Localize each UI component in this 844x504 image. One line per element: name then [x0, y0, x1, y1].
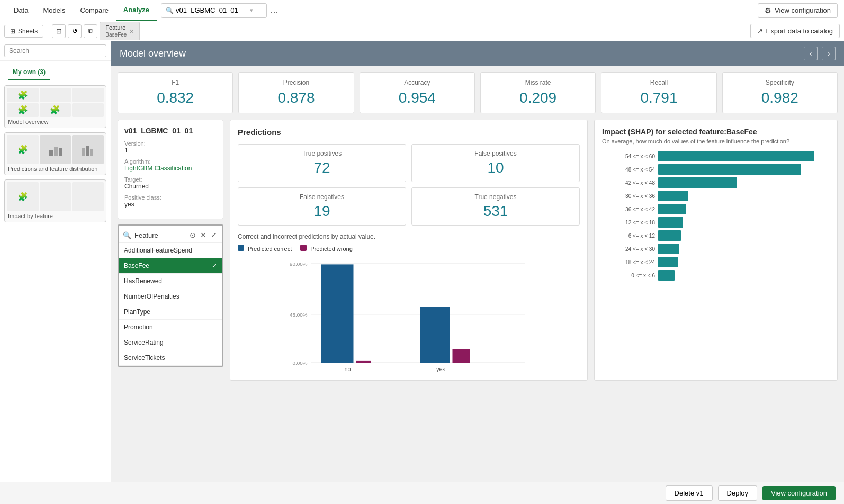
card-cell: 🧩 — [7, 88, 39, 102]
chart-subtitle: Correct and incorrect predictions by act… — [238, 233, 580, 240]
predictions-panel: Predictions True positives 72 False posi… — [230, 120, 588, 381]
sidebar-section-label: My own (3) — [8, 65, 50, 80]
shap-bar-label: 36 <= x < 42 — [602, 206, 655, 212]
dropdown-arrow-icon[interactable]: ▾ — [250, 7, 253, 14]
page-title: Model overview — [120, 48, 186, 59]
card-cell — [40, 88, 71, 102]
card-cell — [40, 135, 71, 164]
svg-rect-4 — [86, 146, 89, 156]
shap-subtitle: On average, how much do values of the fe… — [602, 138, 830, 145]
shap-bar-fill — [658, 164, 801, 175]
model-search-bar[interactable]: 🔍 ▾ — [161, 3, 267, 18]
sidebar-card-label: Impact by feature — [7, 211, 104, 220]
feature-confirm-button[interactable]: ✓ — [210, 230, 218, 240]
view-configuration-button[interactable]: ⚙ View configuration — [758, 3, 838, 18]
feature-item-servicerating[interactable]: ServiceRating — [119, 335, 222, 350]
nav-analyze[interactable]: Analyze — [116, 0, 157, 21]
export-icon: ↗ — [757, 27, 763, 35]
metric-label: F1 — [127, 79, 224, 86]
settings-icon: ⚙ — [765, 6, 771, 15]
predictions-grid: True positives 72 False positives 10 Fal… — [238, 144, 580, 226]
sidebar-card-predictions[interactable]: 🧩 Predictions and feature distribution — [4, 132, 106, 175]
shap-bar-label: 42 <= x < 48 — [602, 180, 655, 186]
content-inner: F1 0.832 Precision 0.878 Accuracy 0.954 … — [111, 66, 844, 387]
sheet-tab-feature[interactable]: Feature BaseFee ✕ — [100, 22, 140, 40]
metric-label: Specificity — [731, 79, 829, 86]
view-config-bottom-button[interactable]: View configuration — [762, 486, 836, 500]
sheets-bar: ⊞ Sheets ⊡ ↺ ⧉ Feature BaseFee ✕ ↗ Expor… — [0, 21, 844, 41]
metric-miss-rate: Miss rate 0.209 — [480, 72, 596, 113]
shap-bar-row: 18 <= x < 24 — [602, 257, 830, 267]
svg-rect-3 — [82, 148, 85, 156]
feature-item-additional[interactable]: AdditionalFeatureSpend — [119, 243, 222, 258]
shap-bar-row: 6 <= x < 12 — [602, 230, 830, 241]
refresh-button[interactable]: ↺ — [68, 24, 82, 38]
metric-specificity: Specificity 0.982 — [722, 72, 838, 113]
feature-item-plantype[interactable]: PlanType — [119, 304, 222, 320]
nav-compare[interactable]: Compare — [73, 0, 115, 21]
export-catalog-button[interactable]: ↗ Export data to catalog — [750, 24, 840, 38]
bar-chart-svg: 90.00% 45.00% 0.00% — [238, 256, 580, 373]
feature-dropdown-label: Feature — [134, 231, 185, 239]
layout-button[interactable]: ⧉ — [84, 24, 97, 38]
nav-models[interactable]: Models — [35, 0, 73, 21]
delete-button[interactable]: Delete v1 — [666, 485, 713, 501]
left-panel-container: v01_LGBMC_01_01 Version: 1 Algorithm: Li… — [118, 120, 223, 381]
info-algorithm: Algorithm: LightGBM Classification — [124, 158, 217, 172]
feature-item-servicetickets[interactable]: ServiceTickets — [119, 350, 222, 366]
next-page-button[interactable]: › — [822, 47, 836, 60]
prev-page-button[interactable]: ‹ — [804, 47, 818, 60]
deploy-button[interactable]: Deploy — [718, 485, 757, 501]
svg-text:no: no — [344, 366, 351, 372]
legend-dot-wrong — [300, 245, 307, 251]
bar-no-wrong — [356, 361, 371, 363]
shap-title: Impact (SHAP) for selected feature:BaseF… — [602, 128, 830, 136]
feature-item-hasrenewed[interactable]: HasRenewed — [119, 274, 222, 289]
shap-bar-row: 24 <= x < 30 — [602, 244, 830, 254]
fit-screen-button[interactable]: ⊡ — [52, 24, 66, 38]
svg-rect-5 — [90, 149, 93, 156]
feature-item-basefee[interactable]: BaseFee — [119, 258, 222, 274]
svg-text:yes: yes — [436, 366, 446, 372]
metrics-row: F1 0.832 Precision 0.878 Accuracy 0.954 … — [118, 72, 838, 113]
shap-bar-row: 0 <= x < 6 — [602, 270, 830, 281]
shap-bar-row: 42 <= x < 48 — [602, 177, 830, 188]
metric-label: Precision — [247, 79, 345, 86]
sidebar-card-label: Model overview — [7, 117, 104, 125]
shap-bar-label: 48 <= x < 54 — [602, 167, 655, 173]
feature-close-button[interactable]: ✕ — [199, 230, 208, 240]
metric-value: 0.878 — [247, 89, 345, 106]
sidebar-card-label: Predictions and feature distribution — [7, 164, 104, 173]
nav-data[interactable]: Data — [6, 0, 35, 21]
false-positives-box: False positives 10 — [411, 144, 580, 182]
panels-row: v01_LGBMC_01_01 Version: 1 Algorithm: Li… — [118, 120, 838, 381]
shap-bar-fill — [658, 151, 814, 161]
feature-item-penalties[interactable]: NumberOfPenalties — [119, 289, 222, 304]
top-nav: Data Models Compare Analyze 🔍 ▾ ... ⚙ Vi… — [0, 0, 844, 21]
metric-value: 0.832 — [127, 89, 224, 106]
sidebar-card-impact[interactable]: 🧩 Impact by feature — [4, 179, 106, 222]
sheets-button[interactable]: ⊞ Sheets — [4, 25, 43, 38]
shap-bar-fill — [658, 270, 675, 281]
feature-settings-button[interactable]: ⊙ — [188, 230, 197, 240]
predictions-title: Predictions — [238, 128, 580, 137]
card-cell: 🧩 — [7, 182, 39, 211]
shap-panel: Impact (SHAP) for selected feature:BaseF… — [594, 120, 838, 381]
more-options-button[interactable]: ... — [267, 3, 282, 18]
false-negatives-box: False negatives 19 — [238, 187, 406, 226]
svg-text:90.00%: 90.00% — [290, 261, 308, 267]
shap-bar-fill — [658, 230, 681, 241]
shap-bar-fill — [658, 204, 686, 214]
model-search-input[interactable] — [176, 6, 250, 14]
metric-f1: F1 0.832 — [118, 72, 233, 113]
feature-item-promotion[interactable]: Promotion — [119, 320, 222, 335]
svg-rect-2 — [59, 148, 62, 156]
sidebar-search-input[interactable] — [4, 44, 106, 57]
legend-dot-correct — [238, 245, 244, 251]
sidebar-card-model-overview[interactable]: 🧩 🧩 🧩 Model overview — [4, 85, 106, 128]
card-cell: 🧩 — [7, 103, 39, 118]
bar-yes-wrong — [453, 349, 470, 363]
card-cell: 🧩 — [40, 103, 71, 118]
close-sheet-button[interactable]: ✕ — [129, 28, 134, 35]
shap-bar-fill — [658, 257, 678, 267]
